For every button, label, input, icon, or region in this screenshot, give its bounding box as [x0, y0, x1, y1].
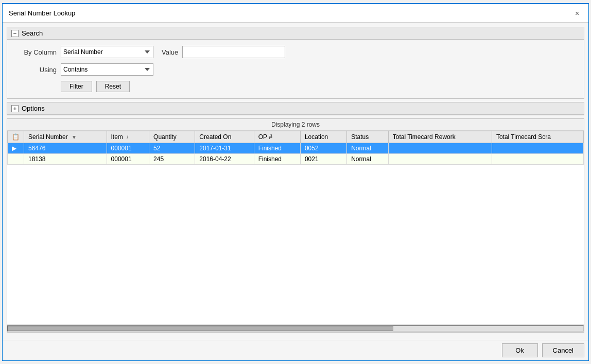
serial-number-cell: 56476 [24, 143, 107, 154]
col-op-num-label: OP # [258, 133, 272, 141]
col-serial-number[interactable]: Serial Number ▼ [24, 131, 107, 143]
col-status[interactable]: Status [347, 131, 389, 143]
grid-section: Displaying 2 rows 📋 Serial Number ▼ [7, 118, 584, 333]
row-indicator-header: 📋 [8, 131, 24, 143]
col-created-on-label: Created On [199, 133, 231, 141]
using-select[interactable]: Contains Starts With Equals [61, 63, 153, 76]
op-num-cell: Finished [254, 143, 300, 154]
table-header-row: 📋 Serial Number ▼ Item / Quan [8, 131, 584, 143]
item-cell: 000001 [107, 143, 149, 154]
data-table: 📋 Serial Number ▼ Item / Quan [7, 131, 584, 165]
serial-number-sort-icon: ▼ [72, 134, 77, 140]
op-num-cell: Finished [254, 154, 300, 165]
item-cell: 000001 [107, 154, 149, 165]
close-button[interactable]: × [572, 8, 582, 19]
dialog-title: Serial Number Lookup [9, 9, 75, 17]
by-column-select[interactable]: Serial Number Item Quantity Created On O… [61, 46, 153, 58]
serial-number-lookup-dialog: Serial Number Lookup × − Search By Colum… [2, 3, 589, 361]
status-cell: Normal [347, 143, 389, 154]
total-rework-cell [388, 154, 492, 165]
col-quantity-label: Quantity [153, 133, 177, 141]
search-section: − Search By Column Serial Number Item Qu… [7, 27, 584, 99]
col-total-scrap-label: Total Timecard Scra [496, 133, 551, 141]
using-label: Using [15, 66, 57, 74]
options-section-header[interactable]: + Options [7, 102, 584, 115]
serial-number-cell: 18138 [24, 154, 107, 165]
dialog-body: − Search By Column Serial Number Item Qu… [3, 23, 588, 340]
total-scrap-cell [492, 154, 583, 165]
cancel-button[interactable]: Cancel [542, 343, 584, 357]
created-on-cell: 2017-01-31 [195, 143, 254, 154]
search-section-label: Search [22, 29, 43, 37]
options-section: + Options [7, 102, 584, 115]
col-serial-number-label: Serial Number [28, 133, 68, 141]
h-scrollbar-thumb[interactable] [8, 326, 393, 331]
total-scrap-cell [492, 143, 583, 154]
grid-icon: 📋 [12, 133, 20, 141]
reset-button[interactable]: Reset [96, 81, 130, 92]
by-column-row: By Column Serial Number Item Quantity Cr… [15, 46, 576, 58]
h-scrollbar-track[interactable] [7, 325, 584, 332]
filter-button[interactable]: Filter [61, 81, 92, 92]
row-indicator-cell [8, 154, 24, 165]
horizontal-scrollbar-area[interactable] [7, 324, 584, 332]
col-location[interactable]: Location [300, 131, 346, 143]
table-row[interactable]: ▶56476000001522017-01-31Finished0052Norm… [8, 143, 584, 154]
search-section-content: By Column Serial Number Item Quantity Cr… [7, 40, 584, 98]
using-row: Using Contains Starts With Equals [15, 63, 576, 76]
title-bar: Serial Number Lookup × [3, 4, 588, 23]
search-collapse-icon: − [11, 30, 19, 37]
table-row[interactable]: 181380000012452016-04-22Finished0021Norm… [8, 154, 584, 165]
options-section-label: Options [22, 105, 45, 112]
options-expand-icon: + [11, 105, 19, 112]
col-total-scrap[interactable]: Total Timecard Scra [492, 131, 583, 143]
dialog-footer: Ok Cancel [3, 340, 588, 360]
location-cell: 0052 [300, 143, 346, 154]
col-location-label: Location [305, 133, 328, 141]
col-op-num[interactable]: OP # [254, 131, 300, 143]
quantity-cell: 52 [149, 143, 195, 154]
col-total-rework-label: Total Timecard Rework [393, 133, 456, 141]
grid-display-info: Displaying 2 rows [7, 119, 584, 131]
status-cell: Normal [347, 154, 389, 165]
filter-reset-row: Filter Reset [61, 81, 576, 92]
value-label: Value [162, 48, 178, 56]
col-status-label: Status [351, 133, 369, 141]
quantity-cell: 245 [149, 154, 195, 165]
grid-container[interactable]: 📋 Serial Number ▼ Item / Quan [7, 131, 584, 324]
value-input[interactable] [182, 46, 285, 58]
col-quantity[interactable]: Quantity [149, 131, 195, 143]
col-created-on[interactable]: Created On [195, 131, 254, 143]
ok-button[interactable]: Ok [502, 343, 538, 357]
location-cell: 0021 [300, 154, 346, 165]
by-column-label: By Column [15, 48, 57, 56]
col-item-label: Item [111, 133, 123, 141]
search-section-header[interactable]: − Search [7, 27, 584, 40]
created-on-cell: 2016-04-22 [195, 154, 254, 165]
item-sort-icon: / [127, 134, 128, 140]
total-rework-cell [388, 143, 492, 154]
col-item[interactable]: Item / [107, 131, 149, 143]
row-indicator-cell: ▶ [8, 143, 24, 154]
col-total-rework[interactable]: Total Timecard Rework [388, 131, 492, 143]
